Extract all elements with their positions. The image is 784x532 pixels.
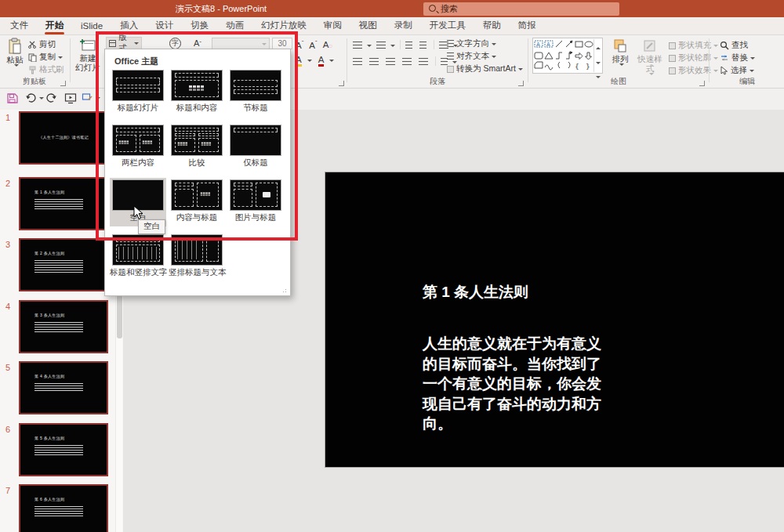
find-button[interactable]: 查找 bbox=[720, 40, 748, 51]
shape-gallery[interactable]: A A bbox=[532, 38, 603, 74]
tab-help[interactable]: 帮助 bbox=[474, 16, 510, 35]
decrease-indent-button[interactable] bbox=[405, 40, 415, 49]
justify-button[interactable] bbox=[402, 56, 414, 66]
smartart-icon bbox=[447, 66, 454, 73]
copy-icon bbox=[28, 53, 37, 62]
tab-view[interactable]: 视图 bbox=[350, 16, 386, 35]
align-right-button[interactable] bbox=[386, 56, 397, 66]
quick-styles-button[interactable]: 快速样式 bbox=[635, 38, 665, 75]
dropdown-resize-grip[interactable] bbox=[280, 286, 286, 292]
font-grow-button-top[interactable]: Aˆ bbox=[194, 38, 201, 48]
bullets-button[interactable] bbox=[353, 40, 372, 49]
convert-smartart-button[interactable]: 转换为 SmartArt bbox=[447, 63, 523, 74]
slide-body-text[interactable]: 人生的意义就在于为有意义 的目标而奋斗。当你找到了 一个有意义的目标，你会发 现… bbox=[423, 334, 619, 434]
search-input[interactable]: 搜索 bbox=[423, 2, 619, 16]
align-left-button[interactable] bbox=[353, 56, 365, 66]
align-text-button[interactable]: 对齐文本 bbox=[447, 51, 496, 62]
numbering-button[interactable] bbox=[376, 40, 395, 49]
tab-home[interactable]: 开始 bbox=[37, 16, 72, 35]
new-slide-button[interactable]: 新建 幻灯片 bbox=[73, 38, 103, 72]
caret-down-icon bbox=[329, 60, 334, 62]
grow-font-button[interactable]: Aˆ bbox=[296, 39, 303, 50]
layout-item-title-only[interactable]: 仅标题 bbox=[227, 123, 284, 172]
increase-indent-button[interactable] bbox=[419, 40, 429, 49]
layout-thumb bbox=[171, 125, 223, 156]
layout-thumb bbox=[230, 179, 281, 211]
layout-item-title-slide[interactable]: 标题幻灯片 bbox=[110, 68, 166, 117]
tab-design[interactable]: 设计 bbox=[147, 16, 182, 35]
drawing-dialog-launcher-icon[interactable] bbox=[699, 81, 705, 86]
align-center-button[interactable] bbox=[369, 56, 381, 66]
clear-formatting-button[interactable]: A◌ bbox=[323, 40, 332, 49]
tab-record[interactable]: 录制 bbox=[386, 16, 421, 35]
format-painter-button[interactable]: 格式刷 bbox=[28, 64, 64, 75]
shape-fill-icon bbox=[669, 42, 676, 49]
slide-thumbnail-2[interactable]: 第 1 条人生法则 bbox=[19, 177, 108, 230]
search-label: 搜索 bbox=[441, 3, 458, 15]
save-button[interactable] bbox=[6, 92, 18, 104]
text-highlight-button[interactable]: A bbox=[296, 55, 302, 67]
tab-slideshow[interactable]: 幻灯片放映 bbox=[252, 16, 315, 35]
layout-item-vertical-title-text[interactable]: 竖排标题与文本 bbox=[169, 233, 225, 281]
caret-down-icon bbox=[262, 43, 267, 45]
thumbnail-text-lines bbox=[34, 506, 83, 518]
slides-group: 新建 幻灯片 bbox=[71, 35, 104, 89]
tab-file[interactable]: 文件 bbox=[2, 16, 37, 35]
tooltip: 空白 bbox=[138, 219, 165, 234]
slide-thumbnail-6[interactable]: 第 5 条人生法则 bbox=[19, 423, 108, 476]
font-dialog-launcher-icon[interactable] bbox=[339, 81, 344, 86]
slide-thumbnail-3[interactable]: 第 2 条人生法则 bbox=[19, 238, 108, 291]
tab-review[interactable]: 审阅 bbox=[315, 16, 350, 35]
clipboard-dialog-launcher-icon[interactable] bbox=[60, 81, 66, 86]
slide-thumbnail-7[interactable]: 第 6 条人生法则 bbox=[19, 484, 108, 532]
shape-gallery-scrollbar[interactable] bbox=[593, 39, 601, 72]
layout-item-content-with-caption[interactable]: 内容与标题 bbox=[169, 178, 225, 226]
tab-islide[interactable]: iSlide bbox=[72, 18, 111, 34]
shrink-font-button[interactable]: Aˇ bbox=[309, 39, 317, 50]
arrange-icon bbox=[612, 38, 628, 54]
font-name-combo[interactable] bbox=[212, 38, 270, 49]
layout-item-picture-with-caption[interactable]: 图片与标题 bbox=[227, 178, 284, 226]
paragraph-dialog-launcher-icon[interactable] bbox=[518, 81, 524, 86]
select-icon bbox=[720, 66, 728, 75]
tab-transitions[interactable]: 切换 bbox=[182, 16, 217, 35]
redo-button[interactable] bbox=[45, 92, 57, 103]
layout-item-two-content[interactable]: 两栏内容 bbox=[110, 123, 166, 172]
svg-text:{: { bbox=[575, 63, 579, 71]
slide-thumbnail-4[interactable]: 第 3 条人生法则 bbox=[19, 300, 108, 353]
paste-button[interactable]: 粘贴 bbox=[5, 38, 25, 67]
layout-item-comparison[interactable]: 比较 bbox=[169, 123, 225, 172]
layout-item-section-header[interactable]: 节标题 bbox=[227, 68, 284, 117]
copy-button[interactable]: 复制 bbox=[28, 52, 63, 63]
ribbon-tab-row: 文件 开始 iSlide 插入 设计 切换 动画 幻灯片放映 审阅 视图 录制 … bbox=[0, 17, 784, 35]
slide-title-text[interactable]: 第 1 条人生法则 bbox=[423, 282, 528, 302]
window-title: 演示文稿8 - PowerPoint bbox=[176, 3, 267, 15]
font-size-combo[interactable]: 30 bbox=[272, 38, 292, 49]
select-button[interactable]: 选择 bbox=[720, 65, 754, 76]
layout-button[interactable]: 版式 bbox=[106, 37, 142, 49]
layout-thumb bbox=[171, 70, 223, 101]
tab-developer[interactable]: 开发工具 bbox=[421, 16, 474, 35]
layout-item-title-vertical-text[interactable]: 标题和竖排文字 bbox=[110, 233, 166, 281]
drawing-group: A A bbox=[529, 35, 708, 89]
enclosed-character-button[interactable]: 字 bbox=[169, 38, 181, 49]
layout-thumb bbox=[230, 125, 281, 156]
text-direction-button[interactable]: 文字方向 bbox=[447, 38, 496, 49]
undo-button[interactable] bbox=[25, 92, 44, 103]
arrange-button[interactable]: 排列 bbox=[608, 38, 633, 66]
slide-canvas[interactable]: 第 1 条人生法则 人生的意义就在于为有意义 的目标而奋斗。当你找到了 一个有意… bbox=[325, 172, 784, 468]
distribute-button[interactable] bbox=[419, 56, 430, 66]
start-slideshow-button[interactable] bbox=[64, 92, 77, 104]
slide-thumbnail-5[interactable]: 第 4 条人生法则 bbox=[19, 361, 108, 414]
slideshow-setup-button[interactable] bbox=[82, 92, 100, 103]
layout-item-title-and-content[interactable]: 标题和内容 bbox=[169, 68, 225, 117]
tab-briefing[interactable]: 简报 bbox=[510, 16, 545, 35]
replace-button[interactable]: 替换 bbox=[720, 52, 755, 63]
layout-thumb bbox=[171, 179, 223, 211]
font-color-button[interactable]: A bbox=[318, 55, 325, 67]
layout-thumb bbox=[112, 234, 164, 266]
redo-icon bbox=[45, 92, 57, 103]
slide-thumbnail-1[interactable]: 《人生十二法则》读书笔记 bbox=[19, 111, 108, 165]
cut-button[interactable]: 剪切 bbox=[28, 39, 56, 50]
tab-animations[interactable]: 动画 bbox=[217, 16, 252, 35]
